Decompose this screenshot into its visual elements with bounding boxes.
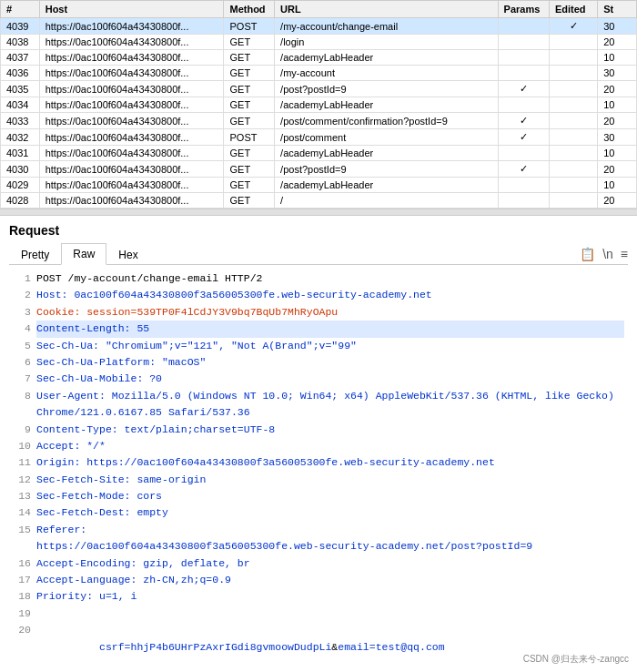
- line-text: Sec-Fetch-Dest: empty: [36, 504, 624, 521]
- cell-num: 4036: [1, 66, 40, 81]
- request-line: 11 Origin: https://0ac100f604a43430800f3…: [13, 454, 624, 471]
- cell-num: 4037: [1, 50, 40, 66]
- line-number: [13, 538, 31, 555]
- line-text: POST /my-account/change-email HTTP/2: [36, 270, 624, 287]
- cell-method: GET: [224, 178, 275, 193]
- table-row[interactable]: 4036 https://0ac100f604a43430800f... GET…: [1, 66, 637, 81]
- cell-params: ✓: [498, 161, 549, 178]
- table-row[interactable]: 4037 https://0ac100f604a43430800f... GET…: [1, 50, 637, 66]
- cell-url: /my-account: [275, 66, 498, 81]
- request-table: # Host Method URL Params Edited St 4039 …: [0, 0, 637, 209]
- line-text: [36, 606, 624, 622]
- request-line: 18 Priority: u=1, i: [13, 588, 624, 605]
- table-row[interactable]: 4029 https://0ac100f604a43430800f... GET…: [1, 178, 637, 193]
- table-row[interactable]: 4031 https://0ac100f604a43430800f... GET…: [1, 146, 637, 161]
- cell-url: /: [275, 193, 498, 209]
- table-body: 4039 https://0ac100f604a43430800f... POS…: [1, 18, 637, 209]
- cell-status: 20: [598, 81, 637, 97]
- request-line: 14 Sec-Fetch-Dest: empty: [13, 504, 624, 521]
- cell-edited: [549, 81, 597, 97]
- col-header-status: St: [598, 1, 637, 18]
- request-line: 3 Cookie: session=539TP0F4lCdJY3V9bq7BqU…: [13, 304, 624, 321]
- cell-host: https://0ac100f604a43430800f...: [39, 50, 224, 66]
- request-line: 8 User-Agent: Mozilla/5.0 (Windows NT 10…: [13, 388, 624, 422]
- cell-params: [498, 146, 549, 161]
- cell-edited: [549, 113, 597, 129]
- cell-edited: [549, 161, 597, 178]
- line-number: 8: [13, 388, 31, 422]
- cell-edited: [549, 129, 597, 146]
- line-text: User-Agent: Mozilla/5.0 (Windows NT 10.0…: [36, 388, 624, 422]
- table-row[interactable]: 4035 https://0ac100f604a43430800f... GET…: [1, 81, 637, 97]
- request-line: 4 Content-Length: 55: [13, 321, 624, 337]
- cell-method: GET: [224, 113, 275, 129]
- request-line: 10 Accept: */*: [13, 438, 624, 454]
- cell-host: https://0ac100f604a43430800f...: [39, 178, 224, 193]
- line-number: 7: [13, 371, 31, 387]
- request-line: 7 Sec-Ch-Ua-Mobile: ?0: [13, 371, 624, 387]
- cell-status: 30: [598, 66, 637, 81]
- cell-method: GET: [224, 193, 275, 209]
- line-text: Accept-Language: zh-CN,zh;q=0.9: [36, 572, 624, 588]
- request-line: 1 POST /my-account/change-email HTTP/2: [13, 270, 624, 287]
- line-text: Accept: */*: [36, 438, 624, 454]
- table-row[interactable]: 4039 https://0ac100f604a43430800f... POS…: [1, 18, 637, 35]
- cell-num: 4032: [1, 129, 40, 146]
- table-row[interactable]: 4028 https://0ac100f604a43430800f... GET…: [1, 193, 637, 209]
- table-row[interactable]: 4038 https://0ac100f604a43430800f... GET…: [1, 35, 637, 50]
- table-header: # Host Method URL Params Edited St: [1, 1, 637, 18]
- cell-edited: [549, 35, 597, 50]
- line-number: 11: [13, 454, 31, 471]
- cell-status: 10: [598, 50, 637, 66]
- newline-icon[interactable]: \n: [602, 247, 613, 261]
- table-row[interactable]: 4030 https://0ac100f604a43430800f... GET…: [1, 161, 637, 178]
- line-number: 6: [13, 354, 31, 371]
- table-row[interactable]: 4033 https://0ac100f604a43430800f... GET…: [1, 113, 637, 129]
- cell-params: [498, 193, 549, 209]
- line-text: Host: 0ac100f604a43430800f3a56005300fe.w…: [36, 287, 624, 303]
- line-number: 19: [13, 606, 31, 622]
- cell-method: GET: [224, 35, 275, 50]
- cell-url: /login: [275, 35, 498, 50]
- line-text: Sec-Ch-Ua-Platform: "macOS": [36, 354, 624, 371]
- menu-icon[interactable]: ≡: [621, 247, 628, 261]
- cell-host: https://0ac100f604a43430800f...: [39, 146, 224, 161]
- tab-pretty[interactable]: Pretty: [9, 244, 61, 265]
- line-number: 18: [13, 588, 31, 605]
- cell-method: GET: [224, 66, 275, 81]
- cell-num: 4030: [1, 161, 40, 178]
- col-header-edited: Edited: [549, 1, 597, 18]
- cell-host: https://0ac100f604a43430800f...: [39, 97, 224, 113]
- cell-status: 30: [598, 18, 637, 35]
- cell-params: [498, 18, 549, 35]
- cell-url: /academyLabHeader: [275, 50, 498, 66]
- divider: [0, 209, 637, 216]
- table-row[interactable]: 4032 https://0ac100f604a43430800f... POS…: [1, 129, 637, 146]
- cell-num: 4033: [1, 113, 40, 129]
- request-line: https://0ac100f604a43430800f3a56005300fe…: [13, 538, 624, 555]
- line-number: 2: [13, 287, 31, 303]
- line-number: 10: [13, 438, 31, 454]
- cell-params: ✓: [498, 113, 549, 129]
- cell-params: [498, 35, 549, 50]
- cell-status: 30: [598, 129, 637, 146]
- request-line: 13 Sec-Fetch-Mode: cors: [13, 488, 624, 504]
- table-row[interactable]: 4034 https://0ac100f604a43430800f... GET…: [1, 97, 637, 113]
- copy-icon[interactable]: 📋: [580, 247, 595, 261]
- col-header-num: #: [1, 1, 40, 18]
- cell-status: 20: [598, 113, 637, 129]
- request-line: 16 Accept-Encoding: gzip, deflate, br: [13, 555, 624, 572]
- tab-hex[interactable]: Hex: [106, 244, 149, 265]
- request-line: 2 Host: 0ac100f604a43430800f3a56005300fe…: [13, 287, 624, 303]
- line-number: 1: [13, 270, 31, 287]
- cell-method: POST: [224, 129, 275, 146]
- line-text: Sec-Ch-Ua: "Chromium";v="121", "Not A(Br…: [36, 338, 624, 354]
- cell-url: /post/comment: [275, 129, 498, 146]
- tab-toolbar: 📋 \n ≡: [580, 247, 628, 261]
- cell-params: ✓: [498, 129, 549, 146]
- line-number: 5: [13, 338, 31, 354]
- request-line: 15 Referer:: [13, 522, 624, 538]
- line-text: Sec-Fetch-Site: same-origin: [36, 472, 624, 488]
- line-number: 20: [13, 622, 31, 672]
- tab-raw[interactable]: Raw: [61, 243, 106, 265]
